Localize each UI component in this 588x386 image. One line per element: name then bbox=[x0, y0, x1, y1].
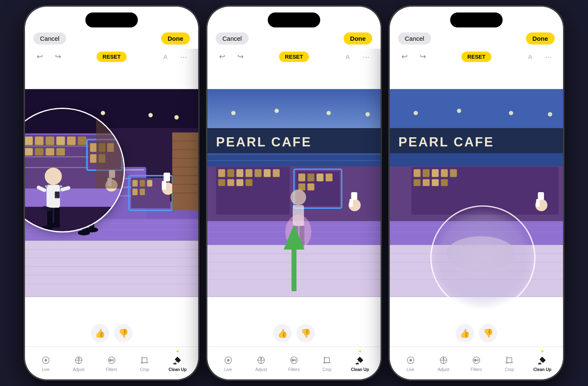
green-arrow bbox=[282, 220, 306, 297]
bottom-toolbar-1: Live Adjust Filters Crop bbox=[25, 346, 198, 379]
svg-rect-24 bbox=[140, 180, 145, 187]
svg-rect-192 bbox=[423, 169, 430, 177]
svg-rect-130 bbox=[227, 169, 234, 177]
redo-icon-1[interactable]: ↪ bbox=[52, 50, 64, 63]
svg-point-213 bbox=[457, 109, 461, 113]
svg-point-165 bbox=[231, 111, 235, 115]
svg-rect-147 bbox=[307, 183, 314, 191]
active-dot-1 bbox=[177, 350, 179, 352]
reset-button-1[interactable]: RESET bbox=[97, 52, 126, 62]
toolbar-row-1: ↩ ↪ RESET A ··· bbox=[25, 49, 198, 66]
cleanup-label-3: Clean Up bbox=[533, 367, 551, 372]
auto-icon-1[interactable]: A bbox=[159, 50, 172, 63]
tool-cleanup-3[interactable]: Clean Up bbox=[531, 350, 553, 372]
toolbar-row-2: ↩ ↪ RESET A ··· bbox=[207, 49, 381, 66]
svg-point-172 bbox=[227, 359, 229, 361]
cancel-button-3[interactable]: Cancel bbox=[398, 32, 431, 45]
tool-adjust-3[interactable]: Adjust bbox=[433, 354, 454, 372]
tool-filters-2[interactable]: Filters bbox=[283, 354, 305, 372]
undo-icon-1[interactable]: ↩ bbox=[33, 50, 46, 63]
crop-icon-2 bbox=[321, 354, 333, 366]
svg-rect-146 bbox=[298, 183, 305, 191]
filters-icon-3 bbox=[471, 354, 482, 366]
thumbup-button-2[interactable]: 👍 bbox=[273, 324, 292, 342]
tool-filters-1[interactable]: Filters bbox=[101, 354, 122, 372]
phone-2: Cancel Done ↩ ↪ RESET A ··· bbox=[207, 6, 381, 380]
cleanup-label-1: Clean Up bbox=[169, 367, 187, 372]
tool-crop-1[interactable]: Crop bbox=[134, 354, 155, 372]
filters-label-2: Filters bbox=[288, 367, 299, 372]
done-button-3[interactable]: Done bbox=[526, 32, 555, 45]
svg-rect-136 bbox=[218, 179, 225, 186]
tool-live-3[interactable]: Live bbox=[400, 354, 421, 372]
done-button-1[interactable]: Done bbox=[161, 32, 190, 45]
toolbar-row-3: ↩ ↪ RESET A ··· bbox=[390, 49, 563, 66]
svg-rect-188 bbox=[390, 153, 563, 166]
tool-live-2[interactable]: Live bbox=[217, 354, 239, 372]
tool-crop-3[interactable]: Crop bbox=[498, 354, 520, 372]
svg-rect-18 bbox=[64, 180, 71, 187]
more-icon-2[interactable]: ··· bbox=[360, 50, 372, 63]
tool-filters-3[interactable]: Filters bbox=[466, 354, 487, 372]
svg-point-176 bbox=[260, 358, 262, 359]
tool-cleanup-1[interactable]: Clean Up bbox=[167, 350, 188, 372]
svg-rect-46 bbox=[162, 181, 166, 190]
live-icon-1 bbox=[40, 354, 52, 366]
svg-point-108 bbox=[45, 359, 47, 361]
redo-icon-2[interactable]: ↪ bbox=[234, 50, 247, 63]
auto-icon-2[interactable]: A bbox=[341, 50, 354, 63]
done-button-2[interactable]: Done bbox=[344, 32, 373, 45]
svg-rect-199 bbox=[441, 179, 448, 186]
adjust-icon-2 bbox=[255, 354, 267, 366]
tool-crop-2[interactable]: Crop bbox=[316, 354, 338, 372]
tool-adjust-2[interactable]: Adjust bbox=[250, 354, 272, 372]
auto-icon-3[interactable]: A bbox=[524, 50, 536, 63]
cancel-button-2[interactable]: Cancel bbox=[216, 32, 249, 45]
adjust-icon-3 bbox=[438, 354, 449, 366]
svg-rect-183 bbox=[356, 363, 359, 364]
undo-icon-3[interactable]: ↩ bbox=[398, 50, 411, 63]
image-area-2: PEARL CAFE bbox=[207, 66, 381, 320]
redo-icon-3[interactable]: ↪ bbox=[416, 50, 429, 63]
adjust-label-2: Adjust bbox=[255, 367, 267, 372]
cleanup-icon-2 bbox=[354, 354, 366, 366]
svg-rect-52 bbox=[172, 132, 198, 210]
adjust-icon-1 bbox=[73, 354, 85, 366]
crop-icon-3 bbox=[503, 354, 515, 366]
filters-label-1: Filters bbox=[106, 367, 117, 372]
svg-rect-121 bbox=[207, 89, 381, 132]
tool-adjust-1[interactable]: Adjust bbox=[68, 354, 90, 372]
more-icon-1[interactable]: ··· bbox=[177, 50, 190, 63]
svg-rect-12 bbox=[55, 171, 62, 178]
undo-icon-2[interactable]: ↩ bbox=[216, 50, 228, 63]
crop-label-1: Crop bbox=[140, 367, 149, 372]
svg-rect-13 bbox=[64, 171, 71, 178]
svg-point-226 bbox=[476, 359, 479, 361]
tool-cleanup-2[interactable]: Clean Up bbox=[349, 350, 371, 372]
thumbdown-button-2[interactable]: 👎 bbox=[296, 324, 315, 342]
tool-live-1[interactable]: Live bbox=[35, 354, 57, 372]
thumbdown-button-3[interactable]: 👎 bbox=[479, 324, 497, 342]
thumbup-button-3[interactable]: 👍 bbox=[456, 324, 474, 342]
svg-rect-185 bbox=[390, 89, 563, 132]
thumbdown-button-1[interactable]: 👎 bbox=[114, 324, 132, 342]
thumbup-button-1[interactable]: 👍 bbox=[91, 324, 109, 342]
more-icon-3[interactable]: ··· bbox=[542, 50, 555, 63]
active-dot-3 bbox=[541, 350, 543, 352]
live-icon-2 bbox=[222, 354, 234, 366]
svg-point-168 bbox=[366, 112, 370, 116]
svg-point-223 bbox=[443, 358, 444, 359]
svg-rect-227 bbox=[507, 358, 512, 363]
svg-point-179 bbox=[294, 359, 296, 361]
svg-point-48 bbox=[57, 113, 62, 117]
reset-button-2[interactable]: RESET bbox=[279, 52, 309, 62]
crop-icon-1 bbox=[139, 354, 150, 366]
dynamic-island-3 bbox=[450, 12, 503, 27]
svg-rect-27 bbox=[140, 189, 145, 195]
svg-rect-23 bbox=[132, 180, 137, 187]
svg-rect-14 bbox=[72, 171, 79, 178]
reset-button-3[interactable]: RESET bbox=[461, 52, 491, 62]
live-icon-3 bbox=[405, 354, 416, 366]
cancel-button-1[interactable]: Cancel bbox=[33, 32, 66, 45]
svg-rect-163 bbox=[349, 199, 353, 207]
